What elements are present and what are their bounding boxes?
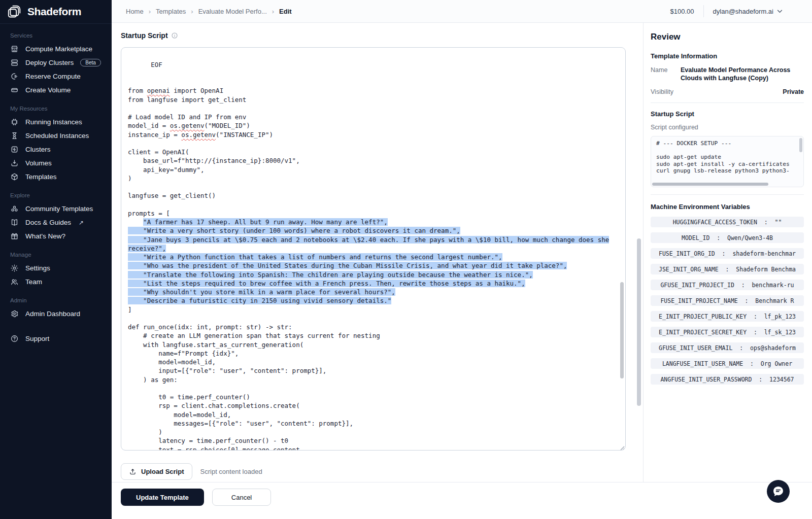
sidebar-item-label: Running Instances: [25, 118, 82, 126]
drive-icon: [10, 86, 19, 94]
logo[interactable]: Shadeform: [0, 0, 112, 24]
review-panel: Review Template Information Name Evaluat…: [643, 23, 812, 482]
env-var-row: GFUSE_INIT_USER_EMAIL : ops@shadeform: [651, 342, 804, 353]
sidebar-item-label: Reserve Compute: [25, 73, 81, 80]
preview-horizontal-scrollbar[interactable]: [652, 183, 768, 186]
sidebar-item-admin-dashboard[interactable]: Admin Dashboard: [0, 307, 112, 321]
info-icon[interactable]: [171, 32, 178, 39]
sidebar-item-clusters[interactable]: Clusters: [0, 143, 112, 156]
env-var-row: E_INIT_PROJECT_PUBLIC_KEY : lf_pk_123: [651, 311, 804, 322]
sidebar-item-label: Templates: [25, 173, 57, 181]
sidebar-item-label: Community Templates: [25, 205, 93, 213]
account-menu[interactable]: dylan@shadeform.ai: [713, 8, 783, 15]
cancel-button[interactable]: Cancel: [212, 489, 271, 506]
breadcrumb-separator: ›: [272, 8, 274, 15]
content-scrollbar[interactable]: [637, 238, 641, 406]
breadcrumb-evaluate-model-perfo[interactable]: Evaluate Model Perfo...: [198, 8, 267, 15]
update-template-button[interactable]: Update Template: [121, 489, 204, 506]
editor-vertical-scrollbar[interactable]: [620, 282, 624, 378]
sidebar-section-my-resources: My Resources: [10, 106, 101, 112]
script-preview-code: # --- DOCKER SETUP --- sudo apt-get upda…: [656, 140, 798, 175]
env-var-row: ANGFUSE_INIT_USER_PASSWORD : 1234567: [651, 374, 804, 385]
sidebar-item-label: Deploy Clusters: [25, 59, 74, 66]
sidebar-item-label: Clusters: [25, 146, 51, 153]
sidebar-item-label: Volumes: [25, 159, 52, 167]
sidebar-item-deploy-clusters[interactable]: Deploy ClustersBeta: [0, 56, 112, 70]
breadcrumb-templates[interactable]: Templates: [156, 8, 186, 15]
topbar: Home›Templates›Evaluate Model Perfo...›E…: [112, 0, 812, 23]
upload-icon: [129, 468, 137, 475]
template-info-heading: Template Information: [651, 52, 804, 60]
sidebar-nav: ServicesCompute MarketplaceDeploy Cluste…: [0, 32, 112, 345]
sidebar-item-label: Settings: [25, 264, 50, 272]
script-configured-status: Script configured: [651, 124, 804, 131]
startup-script-textarea[interactable]: EOF from openai import OpenAI from langf…: [121, 47, 626, 451]
env-var-row: FUSE_INIT_ORG_ID : shadeform-benchmar: [651, 248, 804, 259]
hourglass-icon: [10, 131, 19, 140]
sidebar-section-services: Services: [10, 32, 101, 39]
visibility-row: Visibility Private: [651, 88, 804, 95]
env-vars-heading: Machine Environment Variables: [651, 203, 804, 211]
sidebar-section-explore: Explore: [10, 192, 101, 198]
key-icon: [10, 72, 19, 81]
template-name-row: Name Evaluate Model Performance Across C…: [651, 66, 804, 82]
sidebar-section-manage: Manage: [10, 252, 101, 258]
env-var-row: E_INIT_PROJECT_SECRET_KEY : lf_sk_123: [651, 327, 804, 337]
help-circle-icon: [10, 334, 19, 343]
sidebar-item-volumes[interactable]: Volumes: [0, 156, 112, 170]
cluster-icon: [10, 145, 19, 154]
preview-vertical-scrollbar[interactable]: [799, 138, 802, 152]
sidebar-item-label: Create Volume: [25, 86, 71, 94]
divider: [651, 102, 804, 103]
topbar-divider: [703, 5, 704, 17]
breadcrumb-separator: ›: [191, 8, 193, 15]
main-content: Startup Script EOF from openai import Op…: [112, 23, 643, 482]
divider: [651, 194, 804, 195]
breadcrumb-home[interactable]: Home: [126, 8, 144, 15]
sidebar-item-label: Compute Marketplace: [25, 45, 92, 53]
env-var-row: MODEL_ID : Qwen/Qwen3-4B: [651, 232, 804, 243]
sidebar-item-scheduled-instances[interactable]: Scheduled Instances: [0, 129, 112, 143]
sidebar-item-label: Docs & Guides: [25, 219, 71, 226]
storefront-icon: [10, 45, 19, 53]
sidebar-item-settings[interactable]: Settings: [0, 261, 112, 275]
gift-icon: [10, 232, 19, 240]
cube-icon: [10, 172, 19, 181]
sidebar-item-create-volume[interactable]: Create Volume: [0, 83, 112, 97]
balance[interactable]: $100.00: [670, 8, 694, 15]
review-title: Review: [651, 32, 804, 42]
visibility-value: Private: [783, 88, 804, 95]
chevron-down-icon: [777, 10, 783, 13]
team-icon: [10, 278, 19, 286]
env-var-row: FUSE_INIT_PROJECT_NAME : Benchmark R: [651, 295, 804, 306]
template-name-value: Evaluate Model Performance Across Clouds…: [681, 66, 804, 82]
chat-button[interactable]: [767, 480, 790, 503]
tray-down-icon: [10, 159, 19, 167]
chat-bubble-icon: [771, 485, 785, 498]
sidebar-section-admin: Admin: [10, 297, 101, 303]
textarea-resize-grip[interactable]: [619, 443, 625, 449]
sidebar-item-docs-guides[interactable]: Docs & Guides↗: [0, 216, 112, 229]
beta-badge: Beta: [80, 59, 101, 66]
sidebar-item-team[interactable]: Team: [0, 275, 112, 289]
clipped-code-line: EOF: [128, 60, 625, 69]
sidebar-item-community-templates[interactable]: Community Templates: [0, 202, 112, 216]
sidebar-item-reserve-compute[interactable]: Reserve Compute: [0, 70, 112, 83]
sidebar-item-label: Support: [25, 335, 49, 342]
startup-script-review-heading: Startup Script: [651, 110, 804, 118]
external-link-icon: ↗: [79, 219, 84, 226]
cpu-icon: [10, 118, 19, 126]
sidebar-item-label: Admin Dashboard: [25, 310, 80, 318]
env-vars-list: HUGGINGFACE_ACCESS_TOKEN : ""MODEL_ID : …: [651, 217, 804, 385]
sidebar-item-what-s-new[interactable]: What's New?: [0, 229, 112, 243]
upload-script-button[interactable]: Upload Script: [121, 463, 192, 480]
sidebar: Shadeform ServicesCompute MarketplaceDep…: [0, 0, 112, 519]
sidebar-item-compute-marketplace[interactable]: Compute Marketplace: [0, 42, 112, 56]
sidebar-item-templates[interactable]: Templates: [0, 170, 112, 184]
upload-status: Script content loaded: [200, 468, 262, 475]
sidebar-item-running-instances[interactable]: Running Instances: [0, 115, 112, 129]
sidebar-item-support[interactable]: Support: [0, 332, 112, 345]
topbar-right: $100.00 dylan@shadeform.ai: [670, 5, 783, 17]
book-icon: [10, 218, 19, 227]
script-preview[interactable]: # --- DOCKER SETUP --- sudo apt-get upda…: [651, 136, 804, 187]
